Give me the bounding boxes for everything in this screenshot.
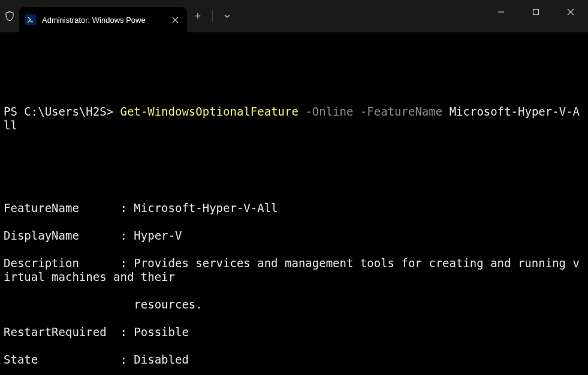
output-description: Description : Provides services and mana… xyxy=(4,256,584,284)
title-bar: Administrator: Windows Powe + xyxy=(0,0,588,32)
close-window-button[interactable] xyxy=(553,0,588,24)
admin-shield-icon xyxy=(0,0,19,32)
maximize-button[interactable] xyxy=(518,0,553,24)
param-featurename: -FeatureName xyxy=(360,105,442,118)
output-description-cont: resources. xyxy=(4,298,584,312)
window-controls xyxy=(484,0,588,24)
active-tab[interactable]: Administrator: Windows Powe xyxy=(19,7,187,32)
minimize-button[interactable] xyxy=(484,0,518,24)
cmdlet-name: Get-WindowsOptionalFeature xyxy=(120,105,298,118)
param-online: -Online xyxy=(305,105,353,118)
prompt: PS C:\Users\H2S> xyxy=(4,105,113,118)
divider xyxy=(212,10,213,22)
output-restartrequired: RestartRequired : Possible xyxy=(4,325,584,339)
output-featurename: FeatureName : Microsoft-Hyper-V-All xyxy=(4,201,584,215)
output-displayname: DisplayName : Hyper-V xyxy=(4,229,584,243)
tab-dropdown-button[interactable] xyxy=(216,5,238,27)
command-line: PS C:\Users\H2S> Get-WindowsOptionalFeat… xyxy=(4,105,584,132)
tab-title: Administrator: Windows Powe xyxy=(42,16,163,25)
terminal-content[interactable]: PS C:\Users\H2S> Get-WindowsOptionalFeat… xyxy=(0,32,588,375)
new-tab-button[interactable]: + xyxy=(187,5,209,27)
close-tab-button[interactable] xyxy=(169,14,181,26)
svg-rect-0 xyxy=(533,10,539,15)
output-state: State : Disabled xyxy=(4,353,584,367)
powershell-icon xyxy=(25,14,36,25)
